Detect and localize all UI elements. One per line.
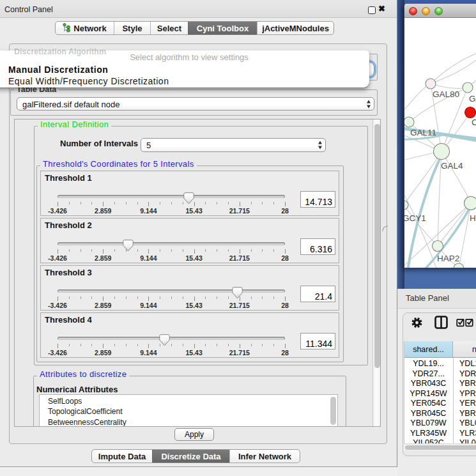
network-node-label: GAL11 (410, 128, 436, 137)
threshold-slider[interactable]: -3.4262.8599.14415.4321.71528 (58, 171, 285, 217)
network-node[interactable] (465, 107, 476, 118)
attributes-list-scrollbar[interactable] (330, 397, 336, 425)
threshold-slider[interactable]: -3.4262.8599.14415.4321.71528 (58, 266, 285, 311)
network-window-titlebar[interactable] (404, 4, 476, 18)
cell-name: YBR0 (459, 379, 476, 389)
network-tree-icon (63, 23, 71, 33)
thresholds-group-title: Threshold's Coordinates for 5 Intervals (40, 159, 197, 169)
slider-thumb[interactable] (232, 287, 243, 300)
checkbox-checked-icon[interactable] (456, 318, 466, 327)
slider-thumb[interactable] (123, 240, 134, 252)
slider-track[interactable] (58, 289, 285, 293)
threshold-panel-4: Threshold 4-3.4262.8599.14415.4321.71528… (40, 312, 339, 358)
threshold-value-field[interactable]: 21.4 (300, 286, 335, 302)
threshold-panel-2: Threshold 2-3.4262.8599.14415.4321.71528… (40, 218, 339, 263)
network-node[interactable] (463, 82, 473, 93)
minimize-traffic-light-icon[interactable] (422, 7, 430, 15)
numerical-attributes-list[interactable]: SelfLoopsTopologicalCoefficientBetweenne… (39, 394, 338, 426)
tab-style[interactable]: Style (114, 22, 150, 35)
cell-name: YDR2 (459, 369, 476, 380)
checkbox-checked-icon[interactable] (465, 318, 475, 327)
table-row[interactable]: YDL19...YDL1 (404, 359, 476, 369)
slider-track[interactable] (58, 337, 285, 340)
tick-label: 21.715 (229, 349, 250, 357)
table-row[interactable]: YPR145WYPR1 (404, 389, 476, 399)
close-icon[interactable]: ✖ (378, 4, 385, 13)
cell-shared-name: YBR043C (404, 379, 452, 389)
network-node[interactable] (434, 144, 450, 160)
slider-thumb[interactable] (183, 192, 194, 205)
close-traffic-light-icon[interactable] (409, 7, 417, 15)
column-header-shared-name[interactable]: shared... (404, 341, 453, 358)
tab-jactivemnodules[interactable]: jActiveMNodules (257, 22, 334, 35)
tick-label: 15.43 (185, 207, 202, 215)
attribute-item[interactable]: BetweennessCentrality (40, 417, 337, 426)
network-node[interactable] (454, 263, 464, 268)
control-panel-titlebar[interactable]: Control Panel ✖ (0, 0, 397, 18)
threshold-value-field[interactable]: 6.316 (300, 238, 335, 255)
slider-tick-labels: -3.4262.8599.14415.4321.71528 (58, 302, 285, 308)
cell-shared-name: YBR045C (404, 409, 452, 419)
network-node[interactable] (464, 197, 476, 210)
slider-thumb[interactable] (159, 334, 170, 347)
tab-network[interactable]: Network (56, 22, 114, 35)
tick-label: 15.43 (185, 254, 202, 262)
table-row[interactable]: YDR27...YDR2 (404, 369, 476, 380)
tab-cyni-toolbox[interactable]: Cyni Toolbox (188, 22, 257, 35)
threshold-value-field[interactable]: 14.713 (300, 191, 335, 208)
dropdown-item-placeholder[interactable]: Select algorithm to view settings (2, 52, 376, 62)
threshold-value-field[interactable]: 11.344 (300, 333, 335, 349)
attribute-item[interactable]: TopologicalCoefficient (40, 406, 337, 417)
bottom-tab-impute-data[interactable]: Impute Data (92, 450, 152, 463)
tick-label: 21.715 (229, 254, 250, 262)
network-node[interactable] (433, 241, 443, 252)
gear-icon[interactable] (411, 316, 425, 330)
apply-button[interactable]: Apply (174, 428, 214, 441)
network-node[interactable] (404, 117, 414, 127)
tick-label: 21.715 (229, 207, 250, 215)
table-row[interactable]: YIL052CYIL0 (404, 438, 476, 443)
number-of-intervals-combo[interactable]: 5 (141, 138, 326, 152)
network-view-window[interactable]: GAL80GAL2CYC8GAL11GAL4GCY1HIS4HAP2 (404, 3, 476, 268)
cell-name: YLR3 (459, 429, 476, 439)
column-header-name[interactable]: name (453, 341, 476, 358)
network-canvas[interactable]: GAL80GAL2CYC8GAL11GAL4GCY1HIS4HAP2 (404, 18, 476, 268)
table-data-combo-value: galFiltered.sif default node (22, 99, 119, 109)
split-columns-icon[interactable] (434, 315, 449, 330)
settings-vertical-scrollbar[interactable] (372, 119, 380, 426)
combo-stepper-icon (367, 100, 371, 108)
table-row[interactable]: YER054CYER0 (404, 399, 476, 409)
bottom-tab-bar: Impute DataDiscretize DataInfer Network (91, 449, 300, 463)
table-row[interactable]: YBR043CYBR0 (404, 379, 476, 389)
threshold-slider[interactable]: -3.4262.8599.14415.4321.71528 (58, 313, 285, 358)
dropdown-item-manual-discretization[interactable]: Manual Discretization (8, 65, 383, 75)
network-node[interactable] (426, 79, 436, 89)
settings-scrollbar-thumb[interactable] (374, 124, 380, 368)
table-toolbar (403, 313, 476, 341)
table-panel-dock: Table Panel shared... name YDL19... (397, 289, 476, 476)
table-row[interactable]: YBR045CYBR0 (404, 409, 476, 419)
table-row[interactable]: YLR345WYLR3 (404, 429, 476, 439)
float-window-icon[interactable] (368, 6, 376, 14)
zoom-traffic-light-icon[interactable] (434, 7, 443, 15)
network-edge (438, 203, 471, 246)
tab-select[interactable]: Select (150, 22, 188, 35)
table-scrollbar-thumb[interactable] (405, 445, 476, 450)
dropdown-item-equal-width-frequency[interactable]: Equal Width/Frequency Discretization (8, 76, 383, 86)
slider-track[interactable] (58, 195, 285, 198)
threshold-slider[interactable]: -3.4262.8599.14415.4321.71528 (58, 219, 285, 264)
table-data-combo[interactable]: galFiltered.sif default node (17, 97, 374, 111)
cell-shared-name: YPR145W (404, 389, 452, 399)
cell-shared-name: YDR27... (404, 369, 452, 380)
number-of-intervals-value: 5 (146, 141, 151, 150)
table-horizontal-scrollbar[interactable] (404, 443, 476, 450)
bottom-tab-discretize-data[interactable]: Discretize Data (152, 450, 229, 463)
cell-shared-name: YDL19... (404, 359, 452, 369)
slider-track[interactable] (58, 242, 285, 245)
tab-label: Style (122, 24, 142, 33)
bottom-tab-infer-network[interactable]: Infer Network (229, 450, 300, 463)
attribute-item[interactable]: SelfLoops (40, 396, 337, 406)
tab-label: Network (73, 24, 106, 33)
table-row[interactable]: YBL079WYBL0 (404, 418, 476, 429)
top-tab-bar: NetworkStyleSelectCyni ToolboxjActiveMNo… (55, 21, 334, 35)
